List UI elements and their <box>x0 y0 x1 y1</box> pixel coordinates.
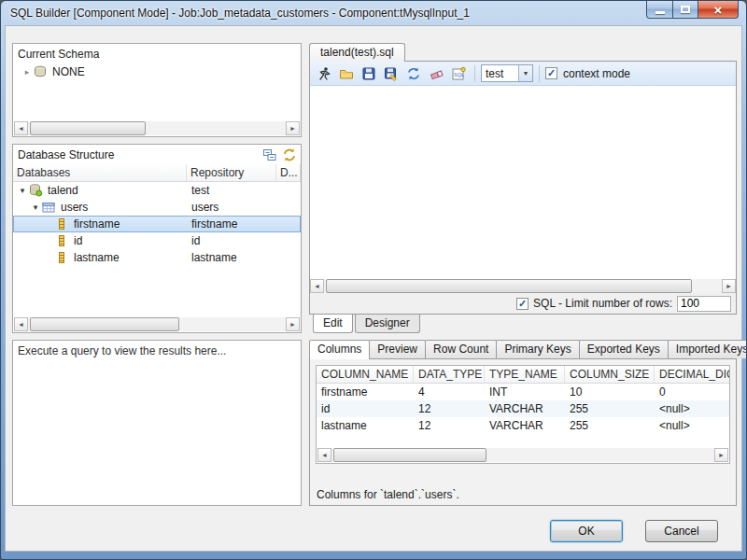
scrollbar-track[interactable] <box>28 121 286 135</box>
close-button[interactable]: × <box>698 1 739 19</box>
scrollbar-track[interactable] <box>331 448 714 462</box>
tree-item-label: NONE <box>52 65 85 78</box>
table-column-header-0[interactable]: COLUMN_NAME <box>317 366 414 383</box>
scroll-left-icon[interactable]: ◄ <box>310 279 324 293</box>
title-bar[interactable]: SQL Builder [Component Mode] - Job:Job_m… <box>1 1 746 25</box>
tree-row-none[interactable]: ▸ NONE <box>13 63 301 80</box>
tree-row-talend[interactable]: ▾talendtest <box>13 182 301 199</box>
tree-row-id[interactable]: idid <box>13 232 301 249</box>
editor-main-area: SQL test ▼ ✓ context mode ◄ ► <box>309 61 737 315</box>
scroll-left-icon[interactable]: ◄ <box>14 121 28 135</box>
table-row[interactable]: firstname4INT10010 <box>317 384 730 400</box>
table-cell: 10 <box>565 384 655 400</box>
collapse-all-icon[interactable] <box>261 147 278 162</box>
scroll-right-icon[interactable]: ► <box>714 448 728 462</box>
save-icon[interactable] <box>359 63 379 84</box>
table-cell: 12 <box>414 417 485 434</box>
editor-toolbar-icons: SQL <box>314 63 469 84</box>
current-schema-panel: Current Schema ▸ NONE ◄ ► <box>12 43 302 137</box>
editor-hscroll[interactable]: ◄ ► <box>310 279 736 293</box>
scrollbar-thumb[interactable] <box>30 121 146 135</box>
limit-rows-checkbox[interactable]: ✓ <box>516 298 529 310</box>
run-query-icon[interactable] <box>314 63 334 84</box>
context-combo-value: test <box>482 67 518 80</box>
sql-builder-window: SQL Builder [Component Mode] - Job:Job_m… <box>0 0 747 560</box>
expand-arrow-icon[interactable]: ▸ <box>21 67 34 77</box>
table-icon <box>42 201 58 214</box>
tree-row-users[interactable]: ▾usersusers <box>13 199 301 216</box>
dialog-client-area: Current Schema ▸ NONE ◄ ► Database Struc… <box>5 25 742 552</box>
tab-primary-keys[interactable]: Primary Keys <box>496 340 579 358</box>
scrollbar-track[interactable] <box>28 317 286 331</box>
scroll-left-icon[interactable]: ◄ <box>14 317 28 331</box>
db-column-header-0[interactable]: Databases <box>13 164 187 181</box>
details-section: ColumnsPreviewRow CountPrimary KeysExpor… <box>309 340 737 506</box>
table-column-header-2[interactable]: TYPE_NAME <box>485 366 565 383</box>
refresh-gold-icon[interactable] <box>280 147 298 162</box>
scrollbar-track[interactable] <box>324 279 722 293</box>
sql-editor[interactable] <box>310 86 736 279</box>
table-column-header-1[interactable]: DATA_TYPE <box>414 366 485 383</box>
tree-item-label: talend <box>48 184 78 197</box>
collapse-arrow-icon[interactable]: ▾ <box>29 203 42 212</box>
context-combo[interactable]: test ▼ <box>481 64 533 82</box>
details-hscroll[interactable]: ◄ ► <box>317 448 728 462</box>
scrollbar-thumb[interactable] <box>326 279 692 293</box>
tree-row-firstname[interactable]: firstnamefirstname <box>13 216 301 232</box>
scroll-right-icon[interactable]: ► <box>286 121 300 135</box>
table-cell: VARCHAR <box>485 400 565 417</box>
minimize-button[interactable] <box>646 1 673 19</box>
columns-table: COLUMN_NAMEDATA_TYPETYPE_NAMECOLUMN_SIZE… <box>316 365 730 464</box>
context-mode-checkbox[interactable]: ✓ <box>545 67 557 79</box>
chevron-down-icon[interactable]: ▼ <box>518 65 532 81</box>
sql-template-icon[interactable]: SQL <box>448 63 469 84</box>
repository-cell: firstname <box>187 217 276 231</box>
tree-name-cell: ▾talend <box>13 184 187 197</box>
scroll-right-icon[interactable]: ► <box>722 279 736 293</box>
tab-columns[interactable]: Columns <box>309 340 370 359</box>
tab-row-count[interactable]: Row Count <box>425 340 497 358</box>
tree-row-lastname[interactable]: lastnamelastname <box>13 249 301 266</box>
tree-name-cell: firstname <box>13 217 187 231</box>
tree-item-label: firstname <box>74 217 120 231</box>
repository-cell: id <box>187 234 276 247</box>
db-column-header-1[interactable]: Repository <box>187 164 276 181</box>
table-row[interactable]: lastname12VARCHAR255<null>10 <box>317 417 730 434</box>
cancel-button[interactable]: Cancel <box>645 520 718 542</box>
tree-item-label: id <box>74 234 82 247</box>
clear-icon[interactable] <box>426 63 446 84</box>
scrollbar-thumb[interactable] <box>333 448 486 462</box>
scrollbar-thumb[interactable] <box>30 317 179 331</box>
table-cell: 255 <box>565 400 655 417</box>
refresh-icon[interactable] <box>403 63 424 84</box>
tab-preview[interactable]: Preview <box>369 340 426 358</box>
tab-designer[interactable]: Designer <box>355 315 420 333</box>
db-structure-hscroll[interactable]: ◄ ► <box>14 317 300 331</box>
table-row[interactable]: id12VARCHAR255<null>10 <box>317 400 730 417</box>
table-column-header-3[interactable]: COLUMN_SIZE <box>565 366 655 383</box>
table-cell: 4 <box>414 384 485 400</box>
tab-imported-keys[interactable]: Imported Keys <box>668 340 747 358</box>
tree-item-label: lastname <box>74 251 120 264</box>
maximize-button[interactable] <box>673 1 698 19</box>
editor-file-tab[interactable]: talend(test).sql <box>309 43 405 62</box>
limit-rows-input[interactable] <box>677 296 731 312</box>
db-column-header-2[interactable]: D... <box>276 164 301 181</box>
collapse-arrow-icon[interactable]: ▾ <box>16 186 29 195</box>
column-icon <box>55 217 71 231</box>
scroll-right-icon[interactable]: ► <box>286 317 300 331</box>
current-schema-hscroll[interactable]: ◄ ► <box>14 121 300 135</box>
details-tabs: ColumnsPreviewRow CountPrimary KeysExpor… <box>309 340 737 359</box>
open-file-icon[interactable] <box>336 63 357 84</box>
scroll-left-icon[interactable]: ◄ <box>317 448 331 462</box>
tree-name-cell: id <box>13 234 187 247</box>
db-structure-rows: ▾talendtest▾usersusersfirstnamefirstname… <box>13 182 301 266</box>
db-structure-actions <box>261 147 298 162</box>
repository-cell: lastname <box>187 251 276 264</box>
ok-button[interactable]: OK <box>550 520 623 542</box>
save-as-icon[interactable] <box>381 63 402 84</box>
database-structure-panel: Database Structure DatabasesRepositoryD.… <box>12 144 302 333</box>
tab-exported-keys[interactable]: Exported Keys <box>579 340 669 358</box>
table-column-header-4[interactable]: DECIMAL_DIGITS <box>655 366 730 383</box>
tab-edit[interactable]: Edit <box>313 315 353 333</box>
